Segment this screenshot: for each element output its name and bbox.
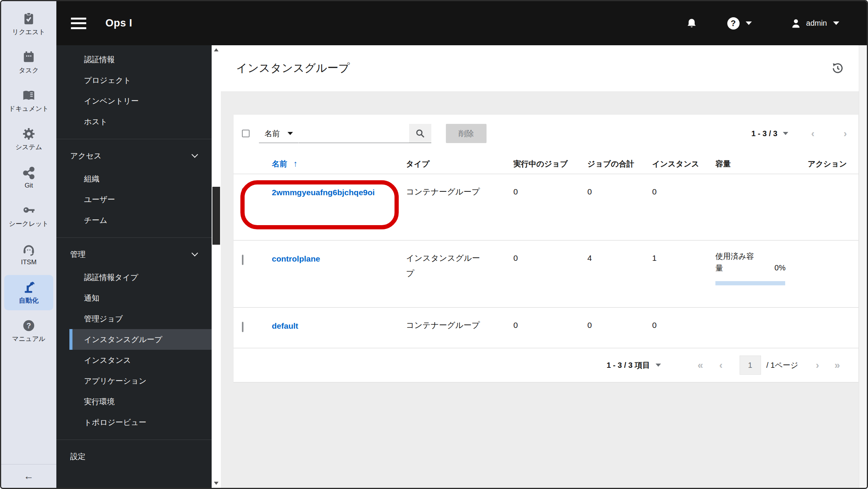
capacity-cell: 使用済み容量 0% [715, 250, 801, 307]
headset-icon [22, 243, 36, 257]
help-menu-button[interactable]: ? [727, 17, 752, 30]
running-jobs-cell: 0 [513, 184, 587, 240]
total-jobs-cell: 0 [587, 318, 652, 348]
sidebar-item-credential-types[interactable]: 認証情報タイプ [56, 267, 212, 288]
topbar: Ops I ? admin [56, 1, 867, 45]
page-title: インスタンスグループ [236, 61, 350, 76]
instance-group-link[interactable]: 2wmmgyeuafng6bjchqe9oi [272, 184, 375, 201]
sidebar-item-inventories[interactable]: インベントリー [56, 91, 212, 111]
bell-icon [686, 18, 697, 29]
last-page-button[interactable]: » [835, 360, 840, 370]
sidebar-section-label: アクセス [70, 151, 192, 161]
rail-item-requests[interactable]: リクエスト [1, 5, 56, 43]
row-checkbox[interactable] [242, 255, 243, 265]
svg-text:?: ? [26, 321, 31, 330]
app-window: リクエスト タスク ドキュメント システム Git シークレット [0, 0, 868, 489]
rail-item-itsm[interactable]: ITSM [1, 235, 56, 273]
arrow-left-icon: ← [24, 470, 34, 482]
row-checkbox[interactable] [242, 188, 243, 199]
page-scrollbar[interactable] [859, 45, 867, 488]
sidebar-section-administration[interactable]: 管理 [56, 242, 212, 267]
sidebar-item-projects[interactable]: プロジェクト [56, 70, 212, 91]
next-page-button[interactable]: › [843, 128, 847, 138]
book-icon [22, 89, 36, 102]
rail-item-git[interactable]: Git [1, 158, 56, 197]
hamburger-icon[interactable] [71, 18, 86, 29]
search-icon [415, 128, 425, 138]
page-total-label: / 1ページ [766, 360, 798, 370]
row-checkbox[interactable] [242, 322, 243, 332]
scroll-up-icon[interactable] [214, 48, 219, 51]
sidebar-item-users[interactable]: ユーザー [56, 189, 212, 210]
sidebar-item-credentials[interactable]: 認証情報 [56, 49, 212, 70]
sidebar-item-label: 管理ジョブ [84, 314, 123, 324]
rail-collapse-button[interactable]: ← [1, 464, 56, 488]
rail-item-documents[interactable]: ドキュメント [1, 82, 56, 120]
rail-item-tasks[interactable]: タスク [1, 43, 56, 82]
main-content: インスタンスグループ 名前 削除 1 - 3 [221, 45, 867, 488]
sidebar-item-label: ユーザー [84, 194, 115, 205]
sidebar-section-access[interactable]: アクセス [56, 143, 212, 168]
caret-down-icon[interactable] [783, 132, 788, 135]
sidebar-item-label: チーム [84, 215, 107, 226]
bottom-pagination: 1 - 3 / 3 項目 « ‹ 1 / 1ページ › » [233, 348, 858, 382]
instances-cell: 0 [652, 184, 715, 240]
history-icon [831, 62, 844, 75]
sidebar-item-label: 組織 [84, 174, 99, 184]
delete-button[interactable]: 削除 [446, 124, 487, 143]
notifications-button[interactable] [686, 18, 697, 29]
scrollbar-thumb[interactable] [212, 187, 220, 245]
sidebar-item-topology-view[interactable]: トポロジービュー [56, 412, 212, 433]
sidebar-item-instances[interactable]: インスタンス [56, 350, 212, 370]
sidebar-item-management-jobs[interactable]: 管理ジョブ [56, 308, 212, 329]
table-row: 2wmmgyeuafng6bjchqe9oi コンテナーグループ 0 0 0 [233, 174, 858, 240]
caret-down-icon [746, 21, 752, 25]
rail-item-automation[interactable]: 自動化 [4, 275, 53, 310]
sidebar-item-notifications[interactable]: 通知 [56, 288, 212, 308]
filter-type-select[interactable]: 名前 [259, 124, 299, 143]
running-jobs-cell: 0 [513, 318, 587, 348]
sidebar-scrollbar[interactable] [212, 45, 221, 488]
scroll-down-icon[interactable] [214, 482, 219, 485]
prev-page-button[interactable]: ‹ [811, 128, 815, 138]
chevron-down-icon [192, 250, 198, 257]
chevron-down-icon [192, 151, 198, 158]
select-all-checkbox[interactable] [242, 130, 250, 137]
first-page-button[interactable]: « [698, 360, 703, 370]
sidebar-item-label: インスタンスグループ [84, 334, 162, 345]
sidebar-item-applications[interactable]: アプリケーション [56, 370, 212, 391]
user-menu-button[interactable]: admin [790, 18, 839, 29]
table-header: 名前 ↑ タイプ 実行中のジョブ ジョブの合計 インスタンス 容量 アクション [233, 154, 858, 174]
prev-page-button[interactable]: ‹ [719, 360, 723, 370]
rail-item-manual[interactable]: ? マニュアル [1, 312, 56, 350]
column-header-name[interactable]: 名前 ↑ [272, 159, 406, 169]
sidebar-item-instance-groups[interactable]: インスタンスグループ [69, 329, 212, 350]
caret-down-icon [288, 132, 293, 135]
items-range-label: 1 - 3 / 3 項目 [607, 360, 650, 370]
rail-item-label: システム [15, 143, 42, 151]
username-label: admin [806, 19, 827, 28]
current-page-input[interactable]: 1 [740, 356, 761, 375]
search-input[interactable] [299, 124, 409, 143]
sort-ascending-icon: ↑ [293, 159, 298, 169]
sidebar-section-settings[interactable]: 設定 [56, 444, 212, 469]
sidebar-item-execution-environments[interactable]: 実行環境 [56, 391, 212, 412]
rail-item-system[interactable]: システム [1, 120, 56, 158]
instance-group-link[interactable]: default [272, 318, 298, 334]
instance-group-link[interactable]: controlplane [272, 250, 320, 267]
pagination-range-label: 1 - 3 / 3 [751, 129, 778, 138]
sidebar-item-teams[interactable]: チーム [56, 210, 212, 231]
next-page-button[interactable]: › [816, 360, 819, 370]
caret-down-icon[interactable] [656, 364, 661, 367]
column-header-instances: インスタンス [652, 159, 715, 169]
rail-item-label: ITSM [21, 258, 37, 266]
caret-down-icon [833, 21, 839, 25]
search-button[interactable] [409, 124, 431, 143]
history-button[interactable] [830, 61, 845, 76]
sidebar-item-hosts[interactable]: ホスト [56, 111, 212, 132]
table-row: default コンテナーグループ 0 0 0 [233, 307, 858, 348]
sidebar-item-organizations[interactable]: 組織 [56, 168, 212, 189]
type-cell: コンテナーグループ [406, 318, 485, 348]
rail-item-secrets[interactable]: シークレット [1, 197, 56, 235]
rail-item-label: リクエスト [12, 28, 46, 36]
